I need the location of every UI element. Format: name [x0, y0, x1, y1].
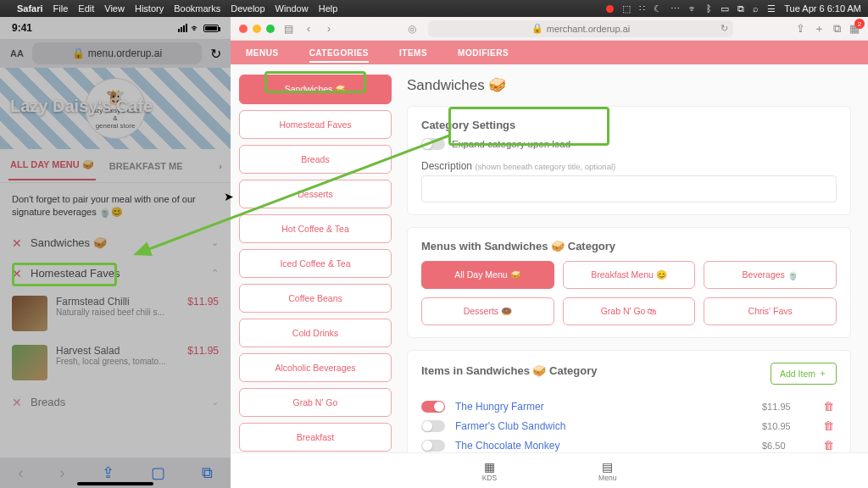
- chip-chris-favs[interactable]: Chris' Favs: [704, 297, 837, 325]
- item-price: $11.95: [762, 402, 810, 412]
- chip-desserts[interactable]: Desserts 🍩: [421, 297, 554, 325]
- bookmarks-icon[interactable]: ▢: [151, 463, 165, 482]
- control-center-icon[interactable]: ☰: [767, 3, 776, 14]
- sidebar-cat-alcoholic[interactable]: Alcoholic Beverages: [239, 353, 392, 382]
- item-price: $6.50: [762, 441, 810, 451]
- safari-url-text: merchant.orderup.ai: [547, 24, 630, 34]
- page-title: Sandwiches 🥪: [407, 76, 851, 94]
- bottom-tab-bar: ▦ KDS ▤ Menu: [231, 452, 868, 488]
- description-input[interactable]: [421, 175, 837, 202]
- screen-share-icon: ⧉: [737, 3, 744, 14]
- chevron-right-icon[interactable]: ›: [219, 161, 222, 171]
- safari-address-bar[interactable]: ◎ 🔒 merchant.orderup.ai ↻: [428, 20, 733, 37]
- reload-icon[interactable]: ↻: [721, 23, 728, 34]
- menubar-history[interactable]: History: [135, 3, 164, 14]
- menubar-bookmarks[interactable]: Bookmarks: [174, 3, 220, 14]
- sidebar-cat-coffee-beans[interactable]: Coffee Beans: [239, 284, 392, 313]
- bottom-tab-menu[interactable]: ▤ Menu: [598, 460, 616, 482]
- nav-back-icon[interactable]: ‹: [302, 23, 315, 35]
- add-item-button[interactable]: Add Item ＋: [771, 363, 837, 385]
- tabs-icon[interactable]: ⧉: [202, 464, 213, 482]
- tab-items[interactable]: ITEMS: [399, 48, 427, 58]
- expand-label: Expand category upon load: [452, 139, 570, 149]
- phone-menu-tabs: ALL DAY MENU 🥪 BREAKFAST ME ›: [0, 149, 231, 183]
- phone-category-sandwiches[interactable]: ✕ Sandwiches 🥪 ⌄: [0, 228, 231, 258]
- forward-icon[interactable]: ›: [60, 464, 65, 482]
- tab-breakfast[interactable]: BREAKFAST ME: [108, 152, 185, 180]
- sidebar-cat-breads[interactable]: Breads: [239, 145, 392, 174]
- text-size-button[interactable]: AA: [7, 48, 27, 58]
- trash-icon[interactable]: 🗑: [820, 439, 837, 452]
- item-name-link[interactable]: The Hungry Farmer: [455, 401, 544, 413]
- tab-menus[interactable]: MENUS: [246, 48, 279, 58]
- menubar-clock: Tue Apr 6 6:10 AM: [784, 3, 861, 14]
- share-icon[interactable]: ⇪: [102, 463, 114, 482]
- lock-icon: 🔒: [72, 47, 85, 59]
- tab-all-day[interactable]: ALL DAY MENU 🥪: [8, 151, 96, 180]
- search-icon[interactable]: ⌕: [753, 3, 759, 14]
- item-name-link[interactable]: Farmer's Club Sandwich: [455, 420, 565, 432]
- logo-line2: general store: [96, 122, 136, 130]
- phone-category-homestead[interactable]: ✕ Homestead Faves ⌃: [0, 258, 231, 289]
- item-price: $10.95: [762, 421, 810, 431]
- battery-icon: ▭: [721, 3, 729, 14]
- menus-heading: Menus with Sandwiches 🥪 Category: [421, 240, 837, 252]
- sidebar-cat-breakfast[interactable]: Breakfast: [239, 423, 392, 452]
- phone-item-row[interactable]: Farmstead Chilli Naturally raised beef c…: [0, 289, 231, 338]
- sidebar-cat-iced-coffee[interactable]: Iced Coffee & Tea: [239, 249, 392, 278]
- new-tab-icon[interactable]: ＋: [814, 21, 825, 36]
- trash-icon[interactable]: 🗑: [820, 419, 837, 432]
- item-name-link[interactable]: The Chocolate Monkey: [455, 440, 559, 452]
- chip-beverages[interactable]: Beverages 🍵: [704, 261, 837, 289]
- item-desc: Fresh, local greens, tomato...: [56, 357, 179, 366]
- bluetooth-icon: ᛒ: [706, 3, 712, 14]
- tab-categories[interactable]: CATEGORIES: [309, 48, 369, 63]
- sidebar-cat-sandwiches[interactable]: Sandwiches 🥪: [239, 75, 392, 104]
- bottom-tab-kds[interactable]: ▦ KDS: [482, 460, 497, 482]
- category-settings-card: Category Settings Expand category upon l…: [407, 106, 851, 215]
- mac-menubar: Safari File Edit View History Bookmarks …: [0, 0, 868, 17]
- record-indicator-icon: [606, 5, 614, 13]
- sidebar-icon[interactable]: ▤: [281, 23, 295, 35]
- menubar-help[interactable]: Help: [319, 3, 338, 14]
- category-sidebar: Sandwiches 🥪 Homestead Faves Breads Dess…: [231, 64, 400, 452]
- sidebar-cat-cold-drinks[interactable]: Cold Drinks: [239, 319, 392, 347]
- sidebar-cat-desserts[interactable]: Desserts: [239, 180, 392, 208]
- sidebar-cat-grab-n-go[interactable]: Grab N' Go: [239, 388, 392, 417]
- ios-url-field[interactable]: 🔒 menu.orderup.ai: [32, 42, 202, 64]
- nav-forward-icon[interactable]: ›: [322, 23, 336, 35]
- back-icon[interactable]: ‹: [19, 464, 24, 482]
- item-toggle[interactable]: [421, 401, 445, 413]
- tab-modifiers[interactable]: MODIFIERS: [458, 48, 509, 58]
- phone-item-row[interactable]: Harvest Salad Fresh, local greens, tomat…: [0, 338, 231, 387]
- menubar-edit[interactable]: Edit: [78, 3, 94, 14]
- sidebar-cat-hot-coffee[interactable]: Hot Coffee & Tea: [239, 214, 392, 243]
- item-toggle[interactable]: [421, 440, 445, 452]
- trash-icon[interactable]: 🗑: [820, 400, 837, 413]
- item-toggle[interactable]: [421, 420, 445, 432]
- menubar-file[interactable]: File: [53, 3, 69, 14]
- menubar-view[interactable]: View: [104, 3, 125, 14]
- menubar-window[interactable]: Window: [275, 3, 309, 14]
- reload-icon[interactable]: ↻: [207, 45, 224, 62]
- chip-grab-n-go[interactable]: Grab N' Go 🛍: [563, 297, 696, 325]
- wifi-icon: ᯤ: [191, 23, 200, 33]
- phone-category-breads[interactable]: ✕ Breads ⌄: [0, 387, 231, 418]
- home-indicator: [77, 482, 153, 485]
- menubar-app[interactable]: Safari: [17, 3, 43, 14]
- share-icon[interactable]: ⇪: [796, 22, 805, 35]
- chip-all-day[interactable]: All Day Menu 🥪: [421, 261, 554, 289]
- show-tabs-icon[interactable]: ⧉: [833, 22, 841, 36]
- expand-toggle[interactable]: [421, 138, 445, 150]
- extension-icon[interactable]: ▦2: [849, 22, 860, 35]
- sidebar-cat-homestead[interactable]: Homestead Faves: [239, 110, 392, 139]
- item-row: Farmer's Club Sandwich $10.95 🗑: [421, 413, 837, 432]
- item-thumb: [12, 345, 47, 380]
- traffic-lights[interactable]: [239, 25, 275, 33]
- chevron-down-icon: ⌄: [211, 237, 219, 248]
- chip-breakfast[interactable]: Breakfast Menu 😊: [563, 261, 696, 289]
- menu-icon: ▤: [602, 460, 613, 474]
- menubar-develop[interactable]: Develop: [231, 3, 264, 14]
- privacy-icon[interactable]: ◎: [408, 23, 416, 35]
- status-icon: ∷: [639, 3, 645, 14]
